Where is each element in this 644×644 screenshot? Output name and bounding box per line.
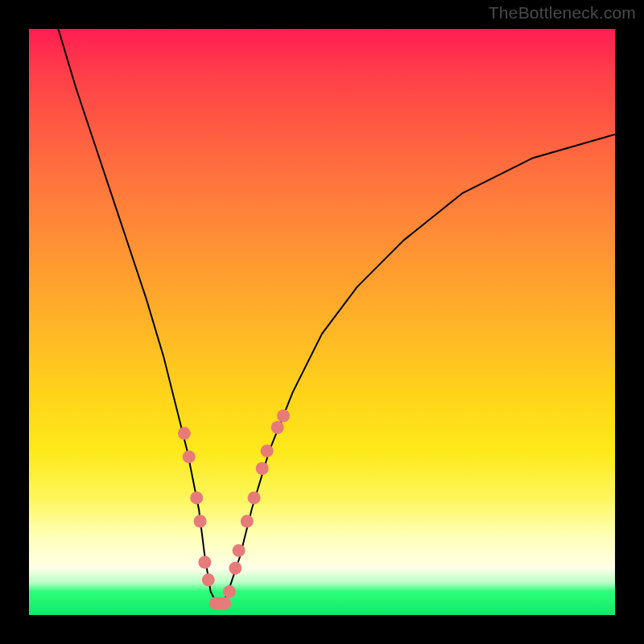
watermark-text: TheBottleneck.com bbox=[489, 3, 636, 23]
highlight-dot bbox=[256, 462, 269, 475]
highlight-dot bbox=[248, 491, 261, 504]
chart-container: TheBottleneck.com bbox=[0, 0, 644, 644]
highlight-dot bbox=[194, 515, 207, 528]
dots-group bbox=[178, 410, 290, 610]
highlight-dot bbox=[202, 573, 215, 586]
highlight-dot bbox=[198, 556, 211, 569]
highlight-dot bbox=[277, 410, 290, 423]
highlight-dot bbox=[218, 597, 231, 609]
bottleneck-curve bbox=[58, 29, 615, 603]
highlight-dot bbox=[183, 450, 196, 463]
highlight-dot bbox=[223, 585, 236, 598]
highlight-dot bbox=[261, 444, 274, 457]
highlight-dot bbox=[241, 515, 254, 528]
highlight-dot bbox=[233, 544, 246, 557]
highlight-dot bbox=[190, 491, 203, 504]
highlight-dot bbox=[229, 562, 242, 575]
curve-svg bbox=[29, 29, 615, 615]
highlight-dot bbox=[271, 421, 284, 434]
highlight-dot bbox=[178, 427, 191, 440]
plot-area bbox=[29, 29, 615, 615]
